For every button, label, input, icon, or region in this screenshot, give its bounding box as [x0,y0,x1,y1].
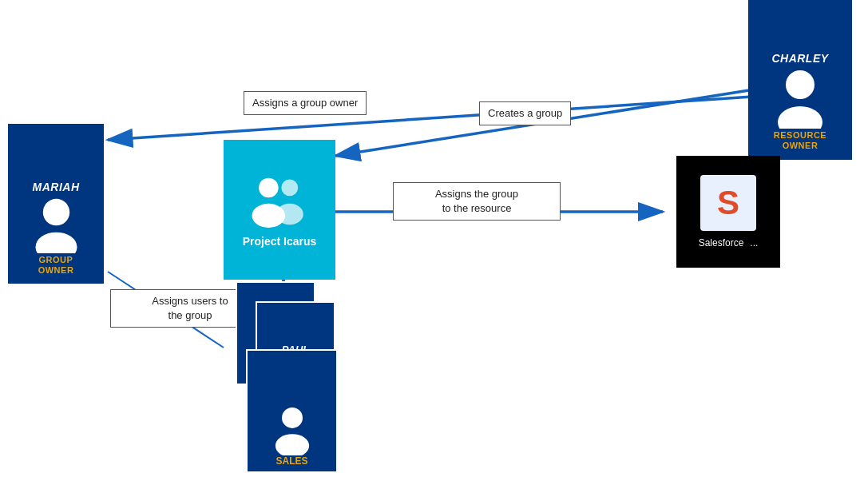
svg-point-7 [786,70,814,99]
svg-point-8 [778,106,822,129]
salesforce-card: S Salesforce ... [676,156,780,268]
charley-role: RESOURCEOWNER [774,130,826,151]
svg-point-19 [282,407,303,428]
mariah-role: GROUPOWNER [38,255,74,276]
project-icarus-card: Project Icarus [224,140,335,280]
sales-avatar [268,403,316,455]
sales-name: SALES [275,455,307,467]
assigns-resource-label: Assigns the groupto the resource [393,182,561,221]
project-icarus-label: Project Icarus [243,235,317,248]
charley-card: CHARLEY RESOURCEOWNER [748,0,852,160]
creates-group-label: Creates a group [479,101,571,125]
svg-point-13 [281,179,298,196]
salesforce-logo: S [700,175,756,231]
assigns-owner-label: Assigns a group owner [244,91,367,115]
group-people-icon [246,173,314,229]
svg-point-9 [42,198,69,225]
sales-card: SALES [246,349,338,473]
svg-point-20 [275,434,308,455]
svg-line-2 [108,96,764,140]
mariah-card: MARIAH GROUPOWNER [8,124,104,284]
mariah-name: MARIAH [31,177,81,193]
charley-name: CHARLEY [770,49,830,65]
salesforce-label: Salesforce ... [699,237,759,248]
svg-point-14 [275,203,303,224]
mariah-avatar [30,193,82,253]
diagram-container: CHARLEY RESOURCEOWNER MARIAH GROUPOWNER … [0,0,868,481]
charley-avatar [772,65,828,129]
svg-point-11 [259,177,279,197]
svg-point-10 [35,232,77,252]
